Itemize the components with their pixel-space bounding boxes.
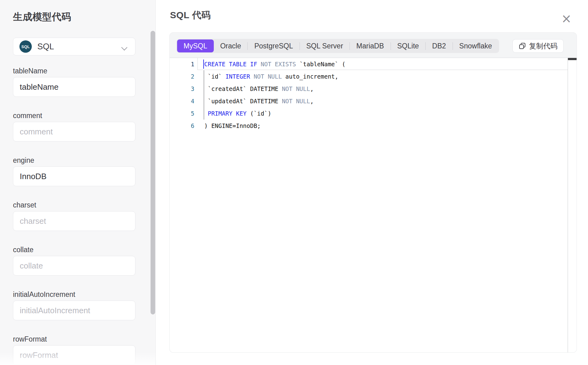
tab-sqlite[interactable]: SQLite [391,39,425,52]
tab-mysql[interactable]: MySQL [177,39,214,52]
code-line-text: `createdAt` DATETIME NOT NULL, [204,83,314,95]
tableName-input[interactable] [13,77,135,97]
code-line-1: 1CREATE TABLE IF NOT EXISTS `tableName` … [170,58,577,70]
language-select-value: SQL [37,42,54,51]
code-line-text: PRIMARY KEY (`id`) [204,107,271,120]
rowFormat-input[interactable] [13,345,135,365]
tab-snowflake[interactable]: Snowflake [453,39,499,52]
code-line-text: `updatedAt` DATETIME NOT NULL, [204,95,314,107]
form-field-tableName: tableName [13,67,148,97]
field-label: rowFormat [13,335,148,343]
dialect-tabs: MySQLOraclePostgreSQLSQL ServerMariaDBSQ… [176,39,499,53]
code-line-3: 3 `createdAt` DATETIME NOT NULL, [170,83,577,95]
sql-badge-icon: SQL [19,40,32,53]
line-number: 4 [170,95,194,107]
form-field-charset: charset [13,201,148,231]
tab-sql-server[interactable]: SQL Server [300,39,350,52]
field-label: engine [13,157,148,164]
line-number: 6 [170,120,194,132]
code-line-4: 4 `updatedAt` DATETIME NOT NULL, [170,95,577,107]
engine-input[interactable] [13,166,135,186]
field-label: initialAutoIncrement [13,291,148,298]
code-line-text: CREATE TABLE IF NOT EXISTS `tableName` ( [204,58,346,70]
sql-code-card: MySQLOraclePostgreSQLSQL ServerMariaDBSQ… [169,32,577,353]
line-number: 1 [170,58,194,70]
field-label: comment [13,112,148,119]
tab-postgresql[interactable]: PostgreSQL [248,39,299,52]
form-field-rowFormat: rowFormat [13,335,148,365]
comment-input[interactable] [13,122,135,141]
table-options-form: tableNamecommentenginecharsetcollateinit… [13,67,148,365]
generate-model-code-sidebar: 生成模型代码 SQL SQL tableNamecommentenginecha… [0,0,156,365]
code-editor[interactable]: 1CREATE TABLE IF NOT EXISTS `tableName` … [170,58,577,352]
form-field-comment: comment [13,112,148,141]
code-line-text: ) ENGINE=InnoDB; [204,120,261,132]
sidebar-title: 生成模型代码 [13,11,148,23]
field-label: charset [13,201,148,209]
form-field-collate: collate [13,246,148,276]
code-line-2: 2 `id` INTEGER NOT NULL auto_increment, [170,70,577,83]
copy-code-button[interactable]: 复制代码 [512,39,564,53]
tab-mariadb[interactable]: MariaDB [350,39,390,52]
field-label: tableName [13,67,148,75]
close-icon[interactable]: × [560,12,573,25]
copy-code-label: 复制代码 [529,41,557,51]
code-line-6: 6) ENGINE=InnoDB; [170,120,577,132]
code-line-5: 5 PRIMARY KEY (`id`) [170,107,577,120]
language-select[interactable]: SQL SQL [13,38,135,55]
sidebar-scrollbar-thumb[interactable] [151,31,155,314]
line-number: 5 [170,107,194,120]
tab-db2[interactable]: DB2 [426,39,453,52]
copy-icon [519,42,526,50]
charset-input[interactable] [13,211,135,231]
initialAutoIncrement-input[interactable] [13,301,135,320]
line-number: 2 [170,70,194,83]
form-field-initialAutoIncrement: initialAutoIncrement [13,291,148,320]
tab-oracle[interactable]: Oracle [214,39,248,52]
chevron-down-icon [122,45,127,50]
collate-input[interactable] [13,256,135,276]
form-field-engine: engine [13,157,148,186]
line-number: 3 [170,83,194,95]
panel-title: SQL 代码 [170,9,211,21]
code-line-text: `id` INTEGER NOT NULL auto_increment, [204,70,338,83]
field-label: collate [13,246,148,253]
